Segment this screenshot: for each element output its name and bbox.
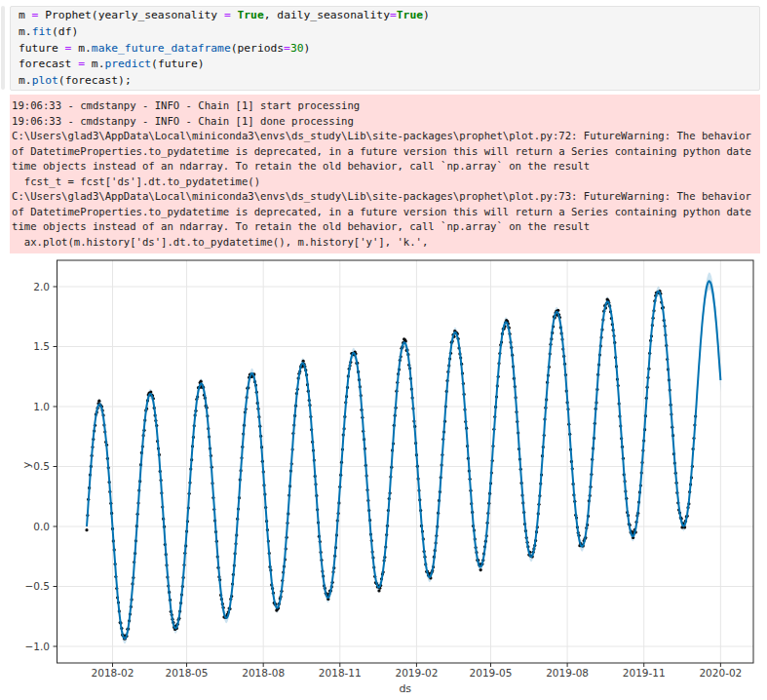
- code-line: m = Prophet(yearly_seasonality = True, d…: [19, 8, 751, 24]
- x-tick-label: 2019-05: [470, 667, 513, 679]
- y-axis-label: y: [20, 461, 33, 468]
- x-tick-label: 2020-02: [699, 667, 742, 679]
- x-tick-label: 2018-05: [166, 667, 209, 679]
- code-line: m.plot(forecast);: [19, 73, 751, 90]
- forecast-figure: 2018-022018-052018-082018-112019-022019-…: [0, 253, 767, 700]
- y-tick-label: −1.0: [25, 641, 51, 652]
- axis-tick-labels: 2018-022018-052018-082018-112019-022019-…: [25, 281, 743, 680]
- y-tick-label: 1.0: [33, 401, 50, 412]
- y-tick-label: 2.0: [33, 281, 50, 292]
- y-tick-label: −0.5: [25, 580, 51, 592]
- x-tick-label: 2018-02: [92, 667, 134, 679]
- code-cell-editor[interactable]: m = Prophet(yearly_seasonality = True, d…: [10, 6, 760, 91]
- x-tick-label: 2019-11: [623, 667, 666, 679]
- x-tick-label: 2019-08: [546, 667, 589, 679]
- code-line: future = m.make_future_dataframe(periods…: [19, 41, 751, 58]
- code-line: forecast = m.predict(future): [19, 57, 751, 73]
- stderr-output: 19:06:33 - cmdstanpy - INFO - Chain [1] …: [10, 95, 760, 253]
- y-tick-label: 0.5: [33, 460, 50, 472]
- plot-spines: [58, 260, 754, 663]
- axis-ticks: [54, 287, 721, 667]
- cell-collapser-bar[interactable]: [1, 6, 5, 90]
- x-tick-label: 2018-11: [319, 667, 362, 679]
- x-axis-label: ds: [399, 682, 411, 695]
- x-tick-label: 2018-08: [242, 667, 285, 679]
- y-tick-label: 1.5: [33, 340, 50, 352]
- forecast-line: [87, 281, 720, 639]
- y-tick-label: 0.0: [33, 521, 50, 532]
- grid-lines: [58, 260, 754, 663]
- code-line: m.fit(df): [19, 24, 751, 41]
- x-tick-label: 2019-02: [395, 667, 438, 679]
